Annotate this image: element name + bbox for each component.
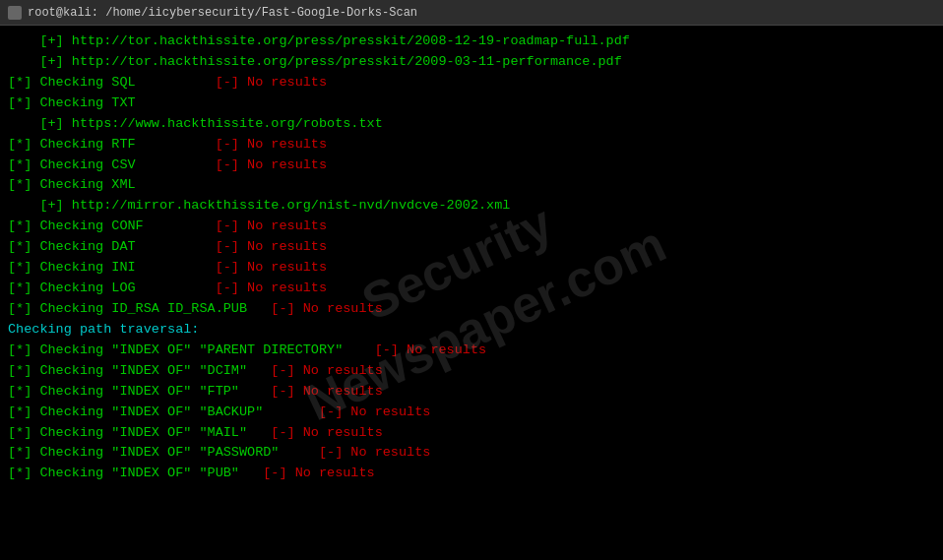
terminal-line: [*] Checking RTF [-] No results: [8, 135, 935, 156]
terminal-text: [*]: [8, 157, 39, 172]
terminal-text: Checking ID_RSA ID_RSA.PUB: [39, 301, 247, 316]
terminal-text: Checking CONF: [39, 218, 143, 233]
title-bar: root@kali: /home/iicybersecurity/Fast-Go…: [0, 0, 943, 26]
terminal-text: [*]: [8, 363, 39, 378]
terminal-text: [-] No results: [239, 384, 383, 399]
terminal-text: Checking DAT: [39, 239, 135, 254]
terminal-text: Checking "INDEX OF" "BACKUP": [39, 404, 263, 419]
terminal-text: [*]: [8, 137, 39, 152]
terminal-line: [*] Checking "INDEX OF" "PUB" [-] No res…: [8, 464, 935, 484]
terminal-line: [*] Checking SQL [-] No results: [8, 73, 935, 93]
terminal-line: [*] Checking CONF [-] No results: [8, 217, 935, 237]
terminal-line: [+] http://mirror.hackthissite.org/nist-…: [8, 196, 935, 217]
terminal-text: Checking XML: [39, 177, 135, 192]
terminal-line: [*] Checking DAT [-] No results: [8, 237, 935, 258]
terminal-text: [-] No results: [144, 218, 327, 233]
terminal-line: [*] Checking XML: [8, 175, 935, 196]
terminal-line: [*] Checking "INDEX OF" "DCIM" [-] No re…: [8, 361, 935, 382]
terminal-text: [*]: [8, 301, 39, 316]
terminal-text: Checking "INDEX OF" "PUB": [39, 466, 239, 480]
terminal-text: [-] No results: [136, 157, 327, 172]
terminal-text: Checking "INDEX OF" "DCIM": [39, 363, 247, 378]
terminal-line: [+] http://tor.hackthissite.org/press/pr…: [8, 52, 935, 73]
title-bar-text: root@kali: /home/iicybersecurity/Fast-Go…: [28, 6, 417, 20]
terminal-line: [+] https://www.hackthissite.org/robots.…: [8, 114, 935, 135]
terminal-text: [-] No results: [279, 445, 430, 460]
terminal-text: [*]: [8, 95, 39, 110]
terminal-text: [*]: [8, 404, 39, 419]
terminal-text: [+] https://www.hackthissite.org/robots.…: [8, 116, 383, 131]
terminal-text: Checking path traversal:: [8, 322, 199, 337]
terminal-text: Checking LOG: [39, 280, 135, 295]
terminal-text: Checking "INDEX OF" "FTP": [39, 384, 239, 399]
terminal-text: [-] No results: [136, 260, 327, 275]
terminal-line: [*] Checking INI [-] No results: [8, 258, 935, 279]
terminal-icon: [8, 6, 22, 20]
terminal-text: Checking "INDEX OF" "PARENT DIRECTORY": [39, 342, 343, 357]
terminal-output: [+] http://tor.hackthissite.org/press/pr…: [8, 31, 935, 484]
terminal-text: [-] No results: [247, 363, 383, 378]
terminal-text: Checking INI: [39, 260, 135, 275]
terminal-text: Checking SQL: [39, 75, 135, 90]
terminal-line: [*] Checking "INDEX OF" "PASSWORD" [-] N…: [8, 443, 935, 464]
terminal-text: Checking RTF: [39, 137, 135, 152]
terminal-text: [-] No results: [247, 425, 383, 440]
terminal-line: [*] Checking "INDEX OF" "BACKUP" [-] No …: [8, 403, 935, 423]
terminal-text: Checking "INDEX OF" "MAIL": [39, 425, 247, 440]
terminal-text: Checking "INDEX OF" "PASSWORD": [39, 445, 279, 460]
terminal-text: [-] No results: [136, 137, 327, 152]
terminal-line: [*] Checking "INDEX OF" "FTP" [-] No res…: [8, 382, 935, 403]
terminal-line: [*] Checking "INDEX OF" "PARENT DIRECTOR…: [8, 341, 935, 361]
terminal-text: [*]: [8, 239, 39, 254]
terminal-text: [*]: [8, 342, 39, 357]
terminal-text: [-] No results: [263, 404, 430, 419]
terminal-line: [+] http://tor.hackthissite.org/press/pr…: [8, 31, 935, 52]
terminal-text: Checking CSV: [39, 157, 135, 172]
terminal-text: [-] No results: [343, 342, 486, 357]
terminal-line: [*] Checking TXT: [8, 93, 935, 114]
terminal-line: Checking path traversal:: [8, 320, 935, 341]
terminal-text: [-] No results: [247, 301, 383, 316]
terminal-text: [*]: [8, 466, 39, 480]
terminal-text: [*]: [8, 425, 39, 440]
terminal-text: [*]: [8, 260, 39, 275]
terminal-text: [*]: [8, 218, 39, 233]
terminal-text: [*]: [8, 280, 39, 295]
terminal-line: [*] Checking CSV [-] No results: [8, 156, 935, 176]
terminal-text: [-] No results: [136, 280, 327, 295]
terminal-text: [+] http://mirror.hackthissite.org/nist-…: [8, 198, 510, 213]
terminal-text: [-] No results: [136, 239, 327, 254]
terminal-text: [*]: [8, 384, 39, 399]
terminal-window: Security Newspaper.com [+] http://tor.ha…: [0, 26, 943, 560]
terminal-line: [*] Checking "INDEX OF" "MAIL" [-] No re…: [8, 423, 935, 444]
terminal-line: [*] Checking LOG [-] No results: [8, 279, 935, 299]
terminal-text: [-] No results: [239, 466, 375, 480]
terminal-text: Checking TXT: [39, 95, 135, 110]
terminal-text: [+] http://tor.hackthissite.org/press/pr…: [8, 33, 630, 48]
terminal-line: [*] Checking ID_RSA ID_RSA.PUB [-] No re…: [8, 299, 935, 320]
terminal-text: [+] http://tor.hackthissite.org/press/pr…: [8, 54, 622, 69]
terminal-text: [*]: [8, 75, 39, 90]
terminal-text: [*]: [8, 445, 39, 460]
terminal-text: [*]: [8, 177, 39, 192]
terminal-text: [-] No results: [136, 75, 327, 90]
